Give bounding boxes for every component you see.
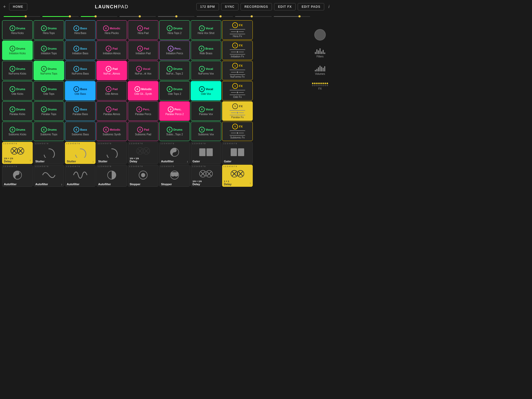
pad-cell[interactable]: 4 Pad Subtomic Pad (128, 122, 158, 141)
bpm-button[interactable]: 172 BPM (196, 3, 219, 10)
pad-cell[interactable]: 4 Drums NuForms Tops (34, 61, 64, 80)
vbar1 (315, 70, 316, 71)
effect-cell[interactable]: 1 2 3 4 5 6 7 8Stutter (34, 142, 64, 164)
pad-cell[interactable]: 4 Drums Ode Tops 2 (159, 81, 190, 101)
pad-cell[interactable]: 4 Perc. Paralax Percs 2 (159, 101, 190, 121)
pad-cell[interactable]: 4 Vocal NuForms Vox (191, 61, 221, 80)
pad-cell[interactable]: 4 Drums Paralax Kicks (2, 101, 33, 121)
effect-row-1: 1 2 3 4 5 6 7 81/4 + 1/4Delay↓1 2 3 4 5 … (2, 142, 310, 164)
home-button[interactable]: HOME (9, 3, 27, 10)
effect-label: 1 + 1Delay (224, 180, 231, 186)
slider-5[interactable] (158, 16, 195, 17)
effect-label-row: Autofilter (65, 182, 95, 187)
effect-cell[interactable]: 1 2 3 4 5 6 7 8Autofilter (65, 165, 96, 187)
pad-cell[interactable]: 1 FX NuForms Fx (222, 61, 253, 80)
pad-cell[interactable]: 4 Perc. Paralax Percs (128, 101, 158, 121)
pad-cell[interactable]: 4 Drums NuForms Kicks (2, 61, 33, 80)
effect-label-row: Gater (222, 159, 252, 164)
effect-label-row: Autofilter↓ (159, 159, 190, 164)
effect-cell[interactable]: 1 2 3 4 5 6 7 8Stutter (96, 142, 127, 164)
pad-cell[interactable]: 4 Brass Ride Brass (191, 41, 221, 60)
pad-cell[interactable]: 4 Pad Hera Pad (128, 20, 158, 40)
pad-cell[interactable]: ½ FX Subtomic Fx (222, 122, 253, 141)
pad-cell[interactable]: 4 Pad Ode Atmos (96, 81, 127, 101)
pad-cell[interactable]: ½ Vocal Hera Vox Shot (191, 20, 221, 40)
pad-cell[interactable]: 4 Pad NuFor...Atmos (96, 61, 127, 80)
pad-cell[interactable]: 4 Drums Subtomic Kicks (2, 122, 33, 141)
effect-nums: 1 2 3 4 5 6 7 8 (2, 165, 32, 168)
pad-cell[interactable]: 4 Bass Hera Bass (65, 20, 96, 40)
vbar4 (320, 66, 321, 71)
info-button[interactable]: i (328, 4, 329, 9)
effect-cell[interactable]: 1 2 3 4 5 6 7 8Gater (191, 142, 221, 164)
pad-cell[interactable]: 4 Drums Subto...Tops 2 (159, 122, 190, 141)
effect-label: Stopper (161, 183, 172, 186)
pad-cell[interactable]: 4 Vocal Ode Vox (191, 81, 221, 101)
pad-cell[interactable]: 4 Drums Ode Kicks (2, 81, 33, 101)
right-panel: Filters Volumes (310, 20, 330, 187)
pad-cell[interactable]: 1 FX Initiation Fx (222, 41, 253, 60)
pad-cell[interactable]: 4 Drums Subtomic Tops (34, 122, 64, 141)
effect-cell[interactable]: 1 2 3 4 5 6 7 8Autofilter (96, 165, 127, 187)
effect-cell[interactable]: 1 2 3 4 5 6 7 8Autofilter↓ (159, 142, 190, 164)
effect-cell[interactable]: 1 2 3 4 5 6 7 8Autofilter↓ (34, 165, 64, 187)
dot (322, 85, 324, 86)
effect-nums: 1 2 3 4 5 6 7 8 (159, 142, 190, 145)
pad-cell[interactable]: 4 Drums Hera Kicks (2, 20, 33, 40)
pad-cell[interactable]: 4 Drums Hera Tops 2 (159, 20, 190, 40)
pad-cell[interactable]: 4 Drums Hera Tops (34, 20, 64, 40)
pad-cell[interactable]: 4 Pad Paralax Atmos (96, 101, 127, 121)
effect-cell[interactable]: 1 2 3 4 5 6 7 8Stutter↓ (65, 142, 96, 164)
slider-8[interactable] (274, 16, 310, 17)
bar2 (316, 49, 317, 54)
pad-cell[interactable]: 4 Drums Initiation Tops (34, 41, 64, 60)
effect-cell[interactable]: 1 2 3 4 5 6 7 81 + 1Delay↓ (222, 165, 253, 187)
pad-cell[interactable]: 4 Melodic Subtomic Synth (96, 122, 127, 141)
pad-cell[interactable]: 4 Pad Initiation Atmos (96, 41, 127, 60)
pad-cell[interactable]: 4 Bass NuForms Bass (65, 61, 96, 80)
slider-3[interactable] (81, 16, 117, 17)
pad-cell[interactable]: 4 Drums Ode Tops (34, 81, 64, 101)
effect-cell[interactable]: 1 2 3 4 5 6 7 81/4 + 1/4Delay (191, 165, 221, 187)
pad-cell[interactable]: 4 Pad Initiation Pad (128, 41, 158, 60)
effect-label-row: Stopper (159, 182, 190, 187)
pad-cell[interactable]: 4 Drums NuFor...Tops 2 (159, 61, 190, 80)
pad-cell[interactable]: 4 Melodic Hera Plucks (96, 20, 127, 40)
edit-pads-button[interactable]: EDIT PADS (298, 3, 324, 10)
effect-cell[interactable]: 1 2 3 4 5 6 7 8Gater (222, 142, 253, 164)
record-button[interactable] (314, 29, 326, 41)
pad-cell[interactable]: 4 Perc. Initiation Percs (159, 41, 190, 60)
dot (312, 83, 314, 84)
pad-cell[interactable]: 4 Vocal Paralax Vox (191, 101, 221, 121)
effect-label: Gater (192, 160, 200, 163)
effect-cell[interactable]: 1 2 3 4 5 6 7 81/4 + 1/4Delay↓ (2, 142, 33, 164)
pad-cell[interactable]: 1 FX Ode Fx (222, 81, 253, 101)
effect-icon (2, 145, 32, 157)
effect-cell[interactable]: 1 2 3 4 5 6 7 8Autofilter (2, 165, 33, 187)
svg-rect-14 (207, 148, 213, 156)
pad-cell[interactable]: 4 Bass Initiation Bass (65, 41, 96, 60)
pad-cell[interactable]: 4 Drums Paralax Tops (34, 101, 64, 121)
pad-cell[interactable]: 4 Drums Initiation Kicks (2, 41, 33, 60)
pad-cell[interactable]: 4 Bass Paralax Bass (65, 101, 96, 121)
edit-fx-button[interactable]: EDIT FX (274, 3, 296, 10)
recordings-button[interactable]: RECORDINGS (241, 3, 272, 10)
pad-cell[interactable]: 4 Vocal NuFor...rk Vox (128, 61, 158, 80)
pad-cell[interactable]: 4 Bass Ode Bass (65, 81, 96, 101)
pad-cell[interactable]: ½ FX Paralax Fx (222, 101, 253, 121)
pad-cell[interactable]: 4 Vocal Subtomic Vox (191, 122, 221, 141)
slider-6[interactable] (197, 16, 233, 17)
slider-1[interactable] (4, 16, 40, 17)
slider-4[interactable] (119, 16, 156, 17)
effect-cell[interactable]: 1 2 3 4 5 6 7 81/4 + 1/4Delay (128, 142, 158, 164)
pad-cell[interactable]: 4 Melodic Ode Gli...Synth (128, 81, 158, 101)
effect-cell[interactable]: 1 2 3 4 5 6 7 8Stopper (128, 165, 158, 187)
effect-cell[interactable]: 1 2 3 4 5 6 7 8Stopper (159, 165, 190, 187)
pad-cell[interactable]: 4 Bass Subtomic Bass (65, 122, 96, 141)
bar3 (318, 50, 319, 54)
pad-cell[interactable]: 1 FX Hera Fx (222, 20, 253, 40)
effect-icon (97, 145, 127, 159)
slider-2[interactable] (42, 16, 79, 17)
slider-7[interactable] (235, 16, 272, 17)
sync-button[interactable]: SYNC (221, 3, 238, 10)
